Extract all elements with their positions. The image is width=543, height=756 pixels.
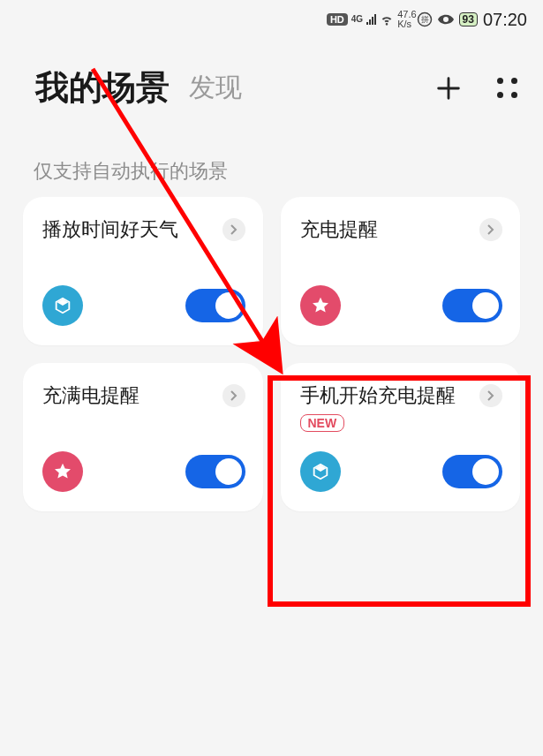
clock-time: 07:20 — [483, 10, 527, 30]
scene-grid: 播放时间好天气 充电提醒 充满电提醒 — [0, 197, 543, 511]
eye-comfort-icon — [438, 14, 454, 25]
more-menu-button[interactable] — [497, 78, 518, 99]
page-header: 我的场景 发现 — [0, 39, 543, 119]
scene-toggle[interactable] — [185, 289, 245, 322]
hd-badge: HD — [327, 13, 348, 26]
scene-toggle[interactable] — [442, 455, 502, 488]
chevron-right-icon[interactable] — [479, 218, 502, 241]
battery-level: 93 — [459, 12, 478, 26]
scene-title: 播放时间好天气 — [42, 216, 178, 243]
section-label: 仅支持自动执行的场景 — [0, 119, 543, 197]
chevron-right-icon[interactable] — [222, 218, 245, 241]
scene-card[interactable]: 充电提醒 — [281, 197, 521, 345]
scene-card[interactable]: 播放时间好天气 — [23, 197, 263, 345]
star-icon — [300, 285, 341, 326]
net-speed: 47.6 K/s — [397, 10, 416, 29]
add-scene-button[interactable] — [434, 73, 464, 103]
cube-icon — [300, 451, 341, 492]
scene-title: 手机开始充电提醒 — [300, 382, 456, 409]
scene-card[interactable]: 充满电提醒 — [23, 363, 263, 511]
new-badge: NEW — [300, 414, 345, 432]
scene-title: 充满电提醒 — [42, 382, 140, 409]
input-method-icon: 拼 — [417, 11, 433, 27]
chevron-right-icon[interactable] — [222, 384, 245, 407]
scene-toggle[interactable] — [185, 455, 245, 488]
status-bar: HD 4G 47.6 K/s 拼 93 07:20 — [0, 0, 543, 39]
scene-toggle[interactable] — [442, 289, 502, 322]
tab-my-scenes[interactable]: 我的场景 — [35, 65, 170, 110]
wifi-icon — [380, 12, 394, 26]
scene-title: 充电提醒 — [300, 216, 378, 243]
cube-icon — [42, 285, 83, 326]
chevron-right-icon[interactable] — [479, 384, 502, 407]
star-icon — [42, 451, 83, 492]
svg-text:拼: 拼 — [420, 15, 428, 24]
network-4g: 4G — [351, 15, 363, 24]
scene-card[interactable]: 手机开始充电提醒 NEW — [281, 363, 521, 511]
tab-discover[interactable]: 发现 — [189, 70, 242, 106]
signal-bars-icon — [366, 14, 376, 25]
